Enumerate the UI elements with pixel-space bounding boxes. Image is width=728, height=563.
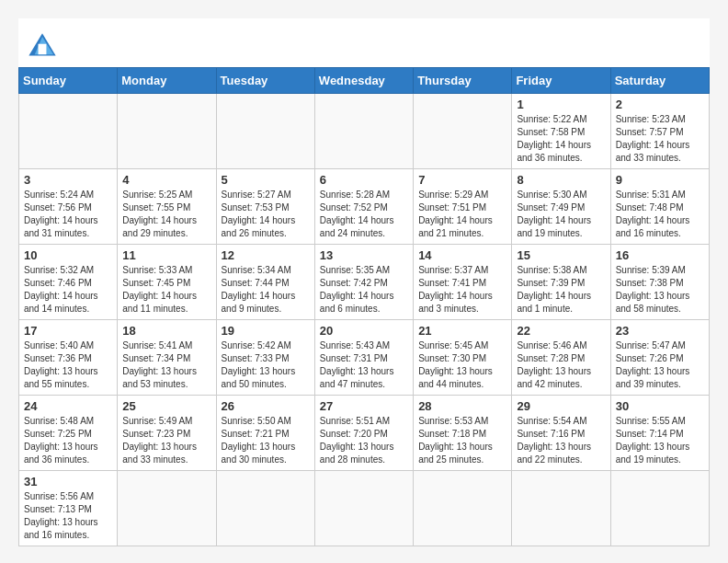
- day-info: Sunrise: 5:42 AM Sunset: 7:33 PM Dayligh…: [222, 339, 310, 391]
- generalblue-logo-icon: [28, 32, 57, 58]
- logo: [28, 32, 61, 58]
- weekday-header-monday: Monday: [118, 68, 216, 94]
- calendar-cell: 3Sunrise: 5:24 AM Sunset: 7:56 PM Daylig…: [19, 169, 118, 245]
- calendar-cell: [118, 471, 216, 546]
- calendar-cell: 21Sunrise: 5:45 AM Sunset: 7:30 PM Dayli…: [414, 320, 512, 396]
- day-number: 15: [517, 248, 605, 262]
- day-number: 20: [320, 324, 408, 338]
- calendar-cell: 7Sunrise: 5:29 AM Sunset: 7:51 PM Daylig…: [414, 169, 512, 245]
- day-info: Sunrise: 5:43 AM Sunset: 7:31 PM Dayligh…: [320, 339, 408, 391]
- week-row-5: 24Sunrise: 5:48 AM Sunset: 7:25 PM Dayli…: [19, 396, 710, 471]
- week-row-2: 3Sunrise: 5:24 AM Sunset: 7:56 PM Daylig…: [19, 169, 710, 245]
- day-info: Sunrise: 5:32 AM Sunset: 7:46 PM Dayligh…: [24, 264, 112, 316]
- day-info: Sunrise: 5:30 AM Sunset: 7:49 PM Dayligh…: [517, 189, 605, 240]
- weekday-header-wednesday: Wednesday: [314, 68, 413, 94]
- day-info: Sunrise: 5:24 AM Sunset: 7:56 PM Dayligh…: [24, 189, 112, 240]
- day-number: 16: [616, 248, 704, 262]
- calendar-cell: 30Sunrise: 5:55 AM Sunset: 7:14 PM Dayli…: [610, 396, 709, 471]
- calendar-cell: [610, 471, 709, 546]
- calendar-cell: 15Sunrise: 5:38 AM Sunset: 7:39 PM Dayli…: [512, 245, 610, 320]
- calendar-cell: [118, 94, 216, 169]
- calendar-cell: 26Sunrise: 5:50 AM Sunset: 7:21 PM Dayli…: [216, 396, 314, 471]
- calendar-cell: 4Sunrise: 5:25 AM Sunset: 7:55 PM Daylig…: [118, 169, 216, 245]
- weekday-header-row: SundayMondayTuesdayWednesdayThursdayFrid…: [19, 68, 710, 94]
- calendar-cell: 27Sunrise: 5:51 AM Sunset: 7:20 PM Dayli…: [314, 396, 413, 471]
- calendar-table: SundayMondayTuesdayWednesdayThursdayFrid…: [18, 67, 710, 546]
- calendar-cell: 12Sunrise: 5:34 AM Sunset: 7:44 PM Dayli…: [216, 245, 314, 320]
- weekday-header-sunday: Sunday: [19, 68, 118, 94]
- calendar-page: SundayMondayTuesdayWednesdayThursdayFrid…: [18, 18, 710, 546]
- day-number: 18: [122, 324, 210, 338]
- day-number: 13: [320, 248, 408, 262]
- day-info: Sunrise: 5:54 AM Sunset: 7:16 PM Dayligh…: [517, 415, 605, 466]
- day-number: 8: [517, 173, 605, 187]
- day-info: Sunrise: 5:35 AM Sunset: 7:42 PM Dayligh…: [320, 264, 408, 316]
- week-row-6: 31Sunrise: 5:56 AM Sunset: 7:13 PM Dayli…: [19, 471, 710, 546]
- calendar-cell: 17Sunrise: 5:40 AM Sunset: 7:36 PM Dayli…: [19, 320, 118, 396]
- day-number: 31: [24, 475, 112, 488]
- calendar-cell: 5Sunrise: 5:27 AM Sunset: 7:53 PM Daylig…: [216, 169, 314, 245]
- day-number: 28: [418, 399, 506, 413]
- svg-rect-2: [39, 44, 47, 54]
- day-number: 25: [122, 399, 210, 413]
- day-number: 3: [24, 173, 112, 187]
- day-info: Sunrise: 5:29 AM Sunset: 7:51 PM Dayligh…: [418, 189, 506, 240]
- calendar-cell: [512, 471, 610, 546]
- weekday-header-tuesday: Tuesday: [216, 68, 314, 94]
- day-number: 27: [320, 399, 408, 413]
- calendar-cell: 1Sunrise: 5:22 AM Sunset: 7:58 PM Daylig…: [512, 94, 610, 169]
- calendar-cell: [414, 94, 512, 169]
- calendar-cell: 28Sunrise: 5:53 AM Sunset: 7:18 PM Dayli…: [414, 396, 512, 471]
- day-info: Sunrise: 5:25 AM Sunset: 7:55 PM Dayligh…: [122, 189, 210, 240]
- day-number: 17: [24, 324, 112, 338]
- calendar-cell: 16Sunrise: 5:39 AM Sunset: 7:38 PM Dayli…: [610, 245, 709, 320]
- day-info: Sunrise: 5:56 AM Sunset: 7:13 PM Dayligh…: [24, 490, 112, 542]
- calendar-cell: 24Sunrise: 5:48 AM Sunset: 7:25 PM Dayli…: [19, 396, 118, 471]
- calendar-cell: 14Sunrise: 5:37 AM Sunset: 7:41 PM Dayli…: [414, 245, 512, 320]
- day-info: Sunrise: 5:45 AM Sunset: 7:30 PM Dayligh…: [418, 339, 506, 391]
- day-info: Sunrise: 5:49 AM Sunset: 7:23 PM Dayligh…: [122, 415, 210, 466]
- day-number: 14: [418, 248, 506, 262]
- calendar-cell: 2Sunrise: 5:23 AM Sunset: 7:57 PM Daylig…: [610, 94, 709, 169]
- day-number: 9: [616, 173, 704, 187]
- day-info: Sunrise: 5:39 AM Sunset: 7:38 PM Dayligh…: [616, 264, 704, 316]
- day-number: 7: [418, 173, 506, 187]
- calendar-cell: [216, 94, 314, 169]
- header: [18, 18, 710, 67]
- day-info: Sunrise: 5:31 AM Sunset: 7:48 PM Dayligh…: [616, 189, 704, 240]
- day-number: 6: [320, 173, 408, 187]
- day-number: 19: [222, 324, 310, 338]
- calendar-cell: 9Sunrise: 5:31 AM Sunset: 7:48 PM Daylig…: [610, 169, 709, 245]
- day-info: Sunrise: 5:34 AM Sunset: 7:44 PM Dayligh…: [222, 264, 310, 316]
- week-row-3: 10Sunrise: 5:32 AM Sunset: 7:46 PM Dayli…: [19, 245, 710, 320]
- calendar-cell: [314, 471, 413, 546]
- calendar-cell: 23Sunrise: 5:47 AM Sunset: 7:26 PM Dayli…: [610, 320, 709, 396]
- day-info: Sunrise: 5:38 AM Sunset: 7:39 PM Dayligh…: [517, 264, 605, 316]
- calendar-cell: 19Sunrise: 5:42 AM Sunset: 7:33 PM Dayli…: [216, 320, 314, 396]
- weekday-header-friday: Friday: [512, 68, 610, 94]
- calendar-cell: [19, 94, 118, 169]
- calendar-cell: 31Sunrise: 5:56 AM Sunset: 7:13 PM Dayli…: [19, 471, 118, 546]
- calendar-cell: 11Sunrise: 5:33 AM Sunset: 7:45 PM Dayli…: [118, 245, 216, 320]
- calendar-cell: 18Sunrise: 5:41 AM Sunset: 7:34 PM Dayli…: [118, 320, 216, 396]
- day-number: 29: [517, 399, 605, 413]
- day-info: Sunrise: 5:40 AM Sunset: 7:36 PM Dayligh…: [24, 339, 112, 391]
- day-number: 4: [122, 173, 210, 187]
- day-info: Sunrise: 5:23 AM Sunset: 7:57 PM Dayligh…: [616, 113, 704, 165]
- weekday-header-thursday: Thursday: [414, 68, 512, 94]
- day-info: Sunrise: 5:41 AM Sunset: 7:34 PM Dayligh…: [122, 339, 210, 391]
- calendar-cell: 29Sunrise: 5:54 AM Sunset: 7:16 PM Dayli…: [512, 396, 610, 471]
- day-number: 30: [616, 399, 704, 413]
- week-row-4: 17Sunrise: 5:40 AM Sunset: 7:36 PM Dayli…: [19, 320, 710, 396]
- day-info: Sunrise: 5:27 AM Sunset: 7:53 PM Dayligh…: [222, 189, 310, 240]
- calendar-cell: 6Sunrise: 5:28 AM Sunset: 7:52 PM Daylig…: [314, 169, 413, 245]
- day-info: Sunrise: 5:47 AM Sunset: 7:26 PM Dayligh…: [616, 339, 704, 391]
- calendar-cell: 22Sunrise: 5:46 AM Sunset: 7:28 PM Dayli…: [512, 320, 610, 396]
- day-number: 22: [517, 324, 605, 338]
- day-info: Sunrise: 5:33 AM Sunset: 7:45 PM Dayligh…: [122, 264, 210, 316]
- day-number: 12: [222, 248, 310, 262]
- day-info: Sunrise: 5:22 AM Sunset: 7:58 PM Dayligh…: [517, 113, 605, 165]
- day-number: 2: [616, 98, 704, 111]
- day-info: Sunrise: 5:37 AM Sunset: 7:41 PM Dayligh…: [418, 264, 506, 316]
- weekday-header-saturday: Saturday: [610, 68, 709, 94]
